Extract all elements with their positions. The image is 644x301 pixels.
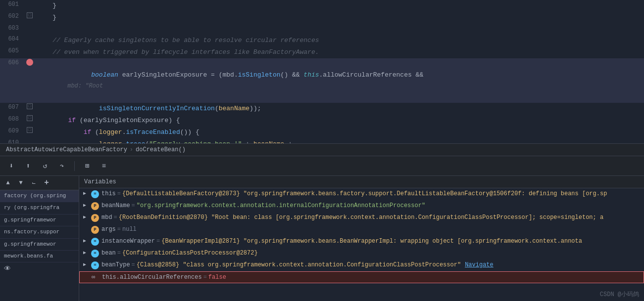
filter-button[interactable]: ⌙ (29, 178, 39, 188)
frames-button[interactable]: ⊞ (81, 160, 94, 172)
breadcrumb-bar: AbstractAutowireCapableBeanFactory › doC… (0, 143, 644, 156)
var-eq: = (114, 214, 117, 221)
var-type-icon: = (91, 250, 99, 258)
expand-icon: ▶ (83, 190, 91, 196)
up-arrow-button[interactable]: ▲ (3, 178, 13, 188)
stack-item[interactable]: g.springframewor (0, 239, 79, 251)
variables-panel: Variables ▶ = this = {DefaultListableBea… (79, 176, 644, 301)
var-eq: = (117, 190, 121, 197)
gutter-608: □ (25, 115, 35, 121)
stack-item[interactable]: mework.beans.fa (0, 251, 79, 262)
code-line-606: 606 boolean earlySingletonExposure = (mb… (0, 58, 644, 103)
line-number: 605 (0, 47, 25, 54)
var-value: {BeanWrapperImpl@2871} "org.springframew… (161, 238, 582, 245)
var-type-icon: = (91, 190, 99, 198)
var-value: {DefaultListableBeanFactory@2873} "org.s… (122, 190, 607, 197)
stack-item[interactable]: ry (org.springfra (0, 202, 79, 214)
stack-item[interactable]: ns.factory.suppor (0, 226, 79, 238)
var-eq: = (132, 261, 135, 268)
var-name: beanType (101, 261, 130, 268)
run-to-cursor-button[interactable]: ↷ (55, 160, 68, 172)
debug-toolbar: ⬇ ⬆ ↺ ↷ ⊞ ≡ (0, 156, 644, 176)
var-name: instanceWrapper (101, 238, 155, 245)
navigate-link[interactable]: Navigate (465, 261, 494, 268)
step-into-button[interactable]: ⬆ (22, 160, 35, 172)
add-button[interactable]: + (42, 178, 51, 188)
var-name: mbd (101, 214, 112, 221)
var-name: args (101, 226, 116, 233)
code-content-606: boolean earlySingletonExposure = (mbd.is… (35, 59, 644, 102)
fold-icon[interactable]: □ (27, 103, 33, 109)
variable-allow-circular[interactable]: ▶ ∞ this.allowCircularReferences = false (79, 271, 644, 283)
breadcrumb-method: doCreateBean() (136, 146, 186, 153)
down-arrow-button[interactable]: ▼ (16, 178, 26, 188)
variables-button[interactable]: ≡ (98, 160, 110, 172)
stack-item[interactable]: factory (org.spring (0, 190, 79, 202)
code-line-603: 603 (0, 24, 644, 35)
code-content-610: logger.trace("Eagerly caching bean '" + … (35, 139, 644, 143)
fold-icon[interactable]: □ (27, 12, 33, 18)
step-out-button[interactable]: ↺ (39, 160, 51, 172)
var-eq: = (203, 274, 207, 281)
expand-icon: ▶ (83, 226, 91, 232)
code-content-605: // even when triggered by lifecycle inte… (35, 47, 644, 58)
var-name: bean (101, 250, 116, 257)
toolbar-divider (74, 161, 75, 171)
code-content-609: if (logger.isTraceEnabled()) { (35, 127, 644, 138)
var-type-icon: P (91, 226, 99, 234)
variable-beantype[interactable]: ▶ = beanType = {Class@2858} "class org.s… (79, 259, 644, 271)
line-number: 610 (0, 139, 25, 143)
var-type-icon: P (91, 214, 99, 222)
code-line-604: 604 // Eagerly cache singletons to be ab… (0, 35, 644, 46)
code-content-608: if (earlySingletonExposure) { (35, 115, 644, 126)
watermark: CSDN @小码鸽 (600, 290, 639, 299)
line-number: 601 (0, 0, 25, 8)
call-stack-panel: ▲ ▼ ⌙ + factory (org.spring ry (org.spri… (0, 176, 79, 301)
code-line-607: 607 □ isSingletonCurrentlyInCreation(bea… (0, 103, 644, 115)
code-line-610: 610 logger.trace("Eagerly caching bean '… (0, 138, 644, 143)
line-number: 604 (0, 35, 25, 43)
code-content-601: } (35, 0, 644, 11)
fold-icon[interactable]: □ (27, 115, 33, 121)
var-value: "org.springframework.context.annotation.… (137, 202, 425, 209)
var-icon-spacer: ∞ (92, 274, 99, 281)
var-type-icon: P (91, 202, 99, 210)
breadcrumb-sep: › (130, 146, 133, 153)
fold-icon[interactable]: □ (27, 127, 33, 133)
var-type-icon: = (91, 238, 99, 246)
debug-panel: ▲ ▼ ⌙ + factory (org.spring ry (org.spri… (0, 176, 644, 301)
call-stack-list: factory (org.spring ry (org.springfra g.… (0, 190, 79, 262)
step-over-button[interactable]: ⬇ (5, 160, 18, 172)
var-name: this (101, 190, 116, 197)
code-line-601: 601 } (0, 0, 644, 12)
code-editor: 601 } 602 □ } 603 604 // Eagerly cache s… (0, 0, 644, 143)
line-number: 608 (0, 115, 25, 123)
variable-instancewrapper[interactable]: ▶ = instanceWrapper = {BeanWrapperImpl@2… (79, 236, 644, 248)
line-number: 609 (0, 127, 25, 134)
expand-icon: ▶ (83, 238, 91, 244)
var-value: false (208, 274, 226, 281)
line-number: 607 (0, 103, 25, 111)
code-content-604: // Eagerly cache singletons to be able t… (35, 35, 644, 46)
watch-button[interactable]: 👁 (0, 262, 79, 275)
breadcrumb-class: AbstractAutowireCapableBeanFactory (6, 146, 127, 153)
line-number: 606 (0, 59, 25, 66)
code-line-605: 605 // even when triggered by lifecycle … (0, 46, 644, 58)
code-content-607: isSingletonCurrentlyInCreation(beanName)… (35, 103, 644, 114)
var-eq: = (117, 226, 121, 233)
variable-bean[interactable]: ▶ = bean = {ConfigurationClassPostProces… (79, 248, 644, 259)
var-type-icon: = (91, 261, 99, 269)
var-eq: = (132, 202, 135, 209)
variable-mbd[interactable]: ▶ P mbd = {RootBeanDefinition@2870} "Roo… (79, 212, 644, 224)
var-value: {RootBeanDefinition@2870} "Root bean: cl… (119, 214, 603, 221)
variable-this[interactable]: ▶ = this = {DefaultListableBeanFactory@2… (79, 188, 644, 200)
expand-icon: ▶ (83, 250, 91, 256)
expand-icon: ▶ (83, 214, 91, 220)
var-value: null (122, 226, 137, 233)
code-content-602: } (35, 12, 644, 23)
stack-item[interactable]: g.springframewor (0, 215, 79, 226)
gutter-607: □ (25, 103, 35, 109)
variable-beanname[interactable]: ▶ P beanName = "org.springframework.cont… (79, 200, 644, 212)
code-line-609: 609 □ if (logger.isTraceEnabled()) { (0, 127, 644, 138)
variable-args[interactable]: ▶ P args = null (79, 224, 644, 236)
